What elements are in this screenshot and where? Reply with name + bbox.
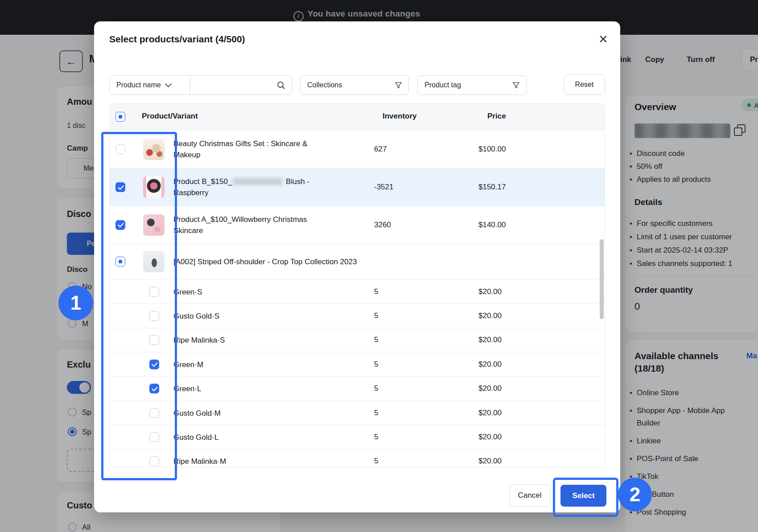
variant-row[interactable]: Green·L5$20.00 xyxy=(110,376,605,401)
collections-filter[interactable]: Collections xyxy=(300,75,409,95)
inventory-value: 5 xyxy=(374,433,378,442)
product-tag-filter-label: Product tag xyxy=(424,81,461,89)
close-icon: ✕ xyxy=(598,33,608,46)
price-value: $20.00 xyxy=(478,336,502,344)
annotation-step-1-badge: 1 xyxy=(58,286,93,320)
product-row[interactable]: [A002] Striped Off-shoulder - Crop Top C… xyxy=(110,243,605,279)
select-all-checkbox[interactable] xyxy=(115,112,125,122)
price-value: $20.00 xyxy=(478,311,502,320)
price-value: $20.00 xyxy=(478,409,502,417)
product-name: [A002] Striped Off-shoulder - Crop Top C… xyxy=(173,256,441,267)
table-header: Product/Variant Inventory Price xyxy=(110,104,605,130)
inventory-value: 5 xyxy=(374,409,378,417)
column-header-price: Price xyxy=(487,112,506,121)
variant-name: Gusto Gold·S xyxy=(173,311,327,322)
column-header-inventory: Inventory xyxy=(383,112,417,121)
variant-row[interactable]: Green·M5$20.00 xyxy=(110,352,605,376)
variant-name: Ripe Malinka·S xyxy=(173,335,327,346)
variant-row[interactable]: Gusto Gold·S5$20.00 xyxy=(110,303,605,327)
variant-name: Green·L xyxy=(173,383,327,394)
variant-row[interactable]: Gusto Gold·L5$20.00 xyxy=(110,425,605,449)
collections-filter-label: Collections xyxy=(307,81,342,89)
inventory-value: 5 xyxy=(374,457,378,466)
products-table: Product/Variant Inventory Price Beauty C… xyxy=(109,103,605,467)
product-tag-filter[interactable]: Product tag xyxy=(417,75,527,95)
annotation-box-checkbox-column xyxy=(101,132,177,480)
reset-button[interactable]: Reset xyxy=(564,74,605,95)
variant-name: Green·S xyxy=(173,286,327,297)
inventory-value: 5 xyxy=(374,287,378,296)
price-value: $140.00 xyxy=(478,221,506,229)
product-row[interactable]: Beauty Christmas Gifts Set : Skincare & … xyxy=(110,130,605,168)
product-name: Product B_$150_ Blush - Raspberry xyxy=(173,176,327,198)
table-body: Beauty Christmas Gifts Set : Skincare & … xyxy=(110,130,605,467)
inventory-value: 5 xyxy=(374,360,378,369)
inventory-value: 5 xyxy=(374,384,378,393)
price-value: $20.00 xyxy=(478,384,502,393)
search-filter-group: Product name xyxy=(109,75,292,95)
price-value: $100.00 xyxy=(478,145,506,154)
inventory-value: 5 xyxy=(374,336,378,344)
redacted-text xyxy=(233,178,283,185)
product-row[interactable]: Product A_$100_Willowberry Christmas Ski… xyxy=(110,206,605,243)
variant-row[interactable]: Ripe Malinka·M5$20.00 xyxy=(110,449,605,467)
divider xyxy=(190,76,190,94)
chevron-down-icon xyxy=(165,81,172,88)
inventory-value: 5 xyxy=(374,311,378,320)
price-value: $20.00 xyxy=(478,287,502,296)
product-search-input[interactable] xyxy=(195,78,275,94)
variant-row[interactable]: Ripe Malinka·S5$20.00 xyxy=(110,328,605,352)
variant-name: Green·M xyxy=(173,359,327,370)
variant-name: Gusto Gold·M xyxy=(173,407,327,418)
product-name: Beauty Christmas Gifts Set : Skincare & … xyxy=(173,138,327,160)
variant-row[interactable]: Gusto Gold·M5$20.00 xyxy=(110,401,605,425)
search-field-label: Product name xyxy=(116,81,161,89)
filter-funnel-icon xyxy=(512,82,520,89)
cancel-button[interactable]: Cancel xyxy=(509,484,550,507)
inventory-value: 627 xyxy=(374,145,387,154)
search-icon xyxy=(277,81,285,90)
close-button[interactable]: ✕ xyxy=(593,29,613,49)
annotation-step-2-badge: 2 xyxy=(618,478,652,512)
variant-name: Ripe Malinka·M xyxy=(173,456,327,467)
search-field-selector[interactable]: Product name xyxy=(110,81,171,89)
screen: iYou have unsaved changes ← M ink Copy T… xyxy=(0,0,758,532)
modal-title: Select products/variant (4/500) xyxy=(109,34,245,45)
price-value: $20.00 xyxy=(478,433,502,442)
price-value: $150.17 xyxy=(478,183,506,192)
filter-funnel-icon xyxy=(395,82,402,89)
table-scrollbar-thumb[interactable] xyxy=(600,239,604,319)
variant-row[interactable]: Green·S5$20.00 xyxy=(110,279,605,303)
price-value: $20.00 xyxy=(478,360,502,369)
product-name: Product A_$100_Willowberry Christmas Ski… xyxy=(173,214,327,236)
variant-name: Gusto Gold·L xyxy=(173,432,327,443)
product-row[interactable]: Product B_$150_ Blush - Raspberry-3521$1… xyxy=(110,168,605,206)
price-value: $20.00 xyxy=(478,457,502,466)
inventory-value: 3260 xyxy=(374,221,391,229)
column-header-product: Product/Variant xyxy=(142,112,198,121)
annotation-box-select-button xyxy=(553,478,618,517)
inventory-value: -3521 xyxy=(374,183,393,192)
